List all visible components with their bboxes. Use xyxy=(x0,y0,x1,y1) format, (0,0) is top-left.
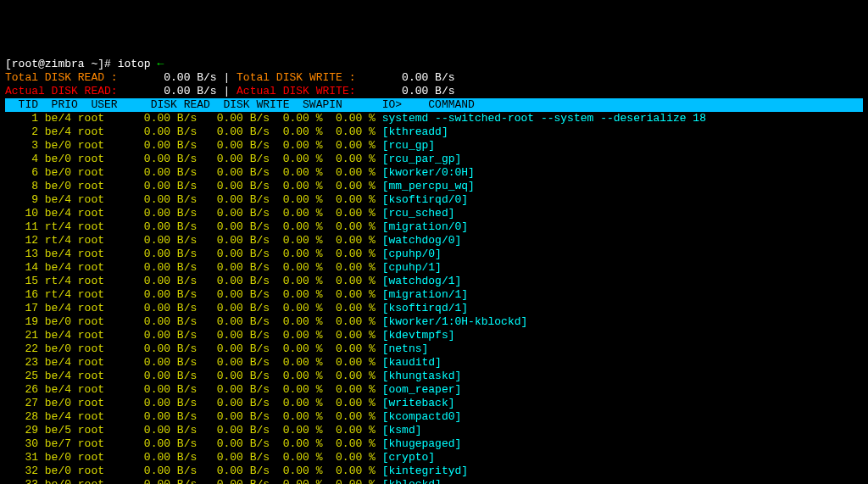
total-disk-read-label: Total DISK READ : xyxy=(5,71,124,84)
process-row[interactable]: 16 rt/4 root 0.00 B/s 0.00 B/s 0.00 % 0.… xyxy=(5,288,863,302)
process-stats: 17 be/4 root 0.00 B/s 0.00 B/s 0.00 % 0.… xyxy=(5,302,382,314)
process-row[interactable]: 2 be/4 root 0.00 B/s 0.00 B/s 0.00 % 0.0… xyxy=(5,125,863,139)
process-row[interactable]: 14 be/4 root 0.00 B/s 0.00 B/s 0.00 % 0.… xyxy=(5,261,863,275)
terminal-output[interactable]: [root@zimbra ~]# iotop ←Total DISK READ … xyxy=(5,58,863,484)
process-command: [cpuhp/1] xyxy=(382,261,442,274)
process-row[interactable]: 23 be/4 root 0.00 B/s 0.00 B/s 0.00 % 0.… xyxy=(5,356,863,370)
process-row[interactable]: 26 be/4 root 0.00 B/s 0.00 B/s 0.00 % 0.… xyxy=(5,383,863,397)
actual-disk-read-value: 0.00 B/s xyxy=(124,85,216,97)
process-command: [netns] xyxy=(382,342,429,355)
process-row[interactable]: 17 be/4 root 0.00 B/s 0.00 B/s 0.00 % 0.… xyxy=(5,302,863,315)
process-stats: 28 be/4 root 0.00 B/s 0.00 B/s 0.00 % 0.… xyxy=(5,410,382,423)
actual-disk-read-label: Actual DISK READ: xyxy=(5,85,124,97)
total-disk-read-value: 0.00 B/s xyxy=(124,71,216,84)
process-row[interactable]: 9 be/4 root 0.00 B/s 0.00 B/s 0.00 % 0.0… xyxy=(5,193,863,207)
process-command: [oom_reaper] xyxy=(382,383,462,396)
process-command: [rcu_sched] xyxy=(382,207,455,220)
process-row[interactable]: 29 be/5 root 0.00 B/s 0.00 B/s 0.00 % 0.… xyxy=(5,424,863,437)
process-stats: 27 be/0 root 0.00 B/s 0.00 B/s 0.00 % 0.… xyxy=(5,397,382,409)
process-command: [kcompactd0] xyxy=(382,410,462,423)
process-row[interactable]: 1 be/4 root 0.00 B/s 0.00 B/s 0.00 % 0.0… xyxy=(5,112,863,125)
process-stats: 25 be/4 root 0.00 B/s 0.00 B/s 0.00 % 0.… xyxy=(5,370,382,382)
column-header[interactable]: TID PRIO USER DISK READ DISK WRITE SWAPI… xyxy=(5,98,863,112)
process-command: [migration/0] xyxy=(382,220,468,233)
process-stats: 16 rt/4 root 0.00 B/s 0.00 B/s 0.00 % 0.… xyxy=(5,288,382,301)
process-stats: 11 rt/4 root 0.00 B/s 0.00 B/s 0.00 % 0.… xyxy=(5,220,382,233)
command-name: iotop xyxy=(118,58,151,70)
process-stats: 31 be/0 root 0.00 B/s 0.00 B/s 0.00 % 0.… xyxy=(5,451,382,464)
process-row[interactable]: 19 be/0 root 0.00 B/s 0.00 B/s 0.00 % 0.… xyxy=(5,315,863,329)
process-stats: 23 be/4 root 0.00 B/s 0.00 B/s 0.00 % 0.… xyxy=(5,356,382,369)
actual-disk-write-value: 0.00 B/s xyxy=(362,85,454,97)
process-row[interactable]: 27 be/0 root 0.00 B/s 0.00 B/s 0.00 % 0.… xyxy=(5,397,863,410)
process-command: [khugepaged] xyxy=(382,437,462,450)
process-command: [migration/1] xyxy=(382,288,468,301)
actual-summary: Actual DISK READ: 0.00 B/s | Actual DISK… xyxy=(5,85,863,98)
process-row[interactable]: 13 be/4 root 0.00 B/s 0.00 B/s 0.00 % 0.… xyxy=(5,248,863,261)
process-stats: 10 be/4 root 0.00 B/s 0.00 B/s 0.00 % 0.… xyxy=(5,207,382,220)
process-stats: 21 be/4 root 0.00 B/s 0.00 B/s 0.00 % 0.… xyxy=(5,329,382,342)
process-stats: 15 rt/4 root 0.00 B/s 0.00 B/s 0.00 % 0.… xyxy=(5,275,382,287)
process-stats: 1 be/4 root 0.00 B/s 0.00 B/s 0.00 % 0.0… xyxy=(5,112,382,125)
process-command: [kblockd] xyxy=(382,478,442,484)
process-row[interactable]: 8 be/0 root 0.00 B/s 0.00 B/s 0.00 % 0.0… xyxy=(5,180,863,193)
process-stats: 9 be/4 root 0.00 B/s 0.00 B/s 0.00 % 0.0… xyxy=(5,193,382,206)
process-command: [kworker/1:0H-kblockd] xyxy=(382,315,528,328)
process-stats: 19 be/0 root 0.00 B/s 0.00 B/s 0.00 % 0.… xyxy=(5,315,382,328)
process-command: [rcu_par_gp] xyxy=(382,153,462,165)
process-stats: 4 be/0 root 0.00 B/s 0.00 B/s 0.00 % 0.0… xyxy=(5,153,382,165)
process-stats: 2 be/4 root 0.00 B/s 0.00 B/s 0.00 % 0.0… xyxy=(5,125,382,138)
process-row[interactable]: 12 rt/4 root 0.00 B/s 0.00 B/s 0.00 % 0.… xyxy=(5,234,863,248)
separator: | xyxy=(217,85,236,97)
process-command: [kthreadd] xyxy=(382,125,448,138)
process-row[interactable]: 10 be/4 root 0.00 B/s 0.00 B/s 0.00 % 0.… xyxy=(5,207,863,220)
separator: | xyxy=(217,71,236,84)
process-stats: 13 be/4 root 0.00 B/s 0.00 B/s 0.00 % 0.… xyxy=(5,248,382,260)
process-row[interactable]: 32 be/0 root 0.00 B/s 0.00 B/s 0.00 % 0.… xyxy=(5,465,863,478)
process-stats: 32 be/0 root 0.00 B/s 0.00 B/s 0.00 % 0.… xyxy=(5,465,382,477)
total-disk-write-label: Total DISK WRITE : xyxy=(236,71,362,84)
process-row[interactable]: 15 rt/4 root 0.00 B/s 0.00 B/s 0.00 % 0.… xyxy=(5,275,863,288)
process-row[interactable]: 25 be/4 root 0.00 B/s 0.00 B/s 0.00 % 0.… xyxy=(5,370,863,383)
process-row[interactable]: 21 be/4 root 0.00 B/s 0.00 B/s 0.00 % 0.… xyxy=(5,329,863,342)
process-row[interactable]: 6 be/0 root 0.00 B/s 0.00 B/s 0.00 % 0.0… xyxy=(5,166,863,180)
arrow-left-icon: ← xyxy=(151,58,164,70)
process-row[interactable]: 3 be/0 root 0.00 B/s 0.00 B/s 0.00 % 0.0… xyxy=(5,139,863,153)
process-stats: 33 be/0 root 0.00 B/s 0.00 B/s 0.00 % 0.… xyxy=(5,478,382,484)
process-row[interactable]: 22 be/0 root 0.00 B/s 0.00 B/s 0.00 % 0.… xyxy=(5,342,863,356)
process-stats: 30 be/7 root 0.00 B/s 0.00 B/s 0.00 % 0.… xyxy=(5,437,382,450)
process-row[interactable]: 33 be/0 root 0.00 B/s 0.00 B/s 0.00 % 0.… xyxy=(5,478,863,484)
process-command: [ksoftirqd/0] xyxy=(382,193,468,206)
process-stats: 26 be/4 root 0.00 B/s 0.00 B/s 0.00 % 0.… xyxy=(5,383,382,396)
process-command: systemd --switched-root --system --deser… xyxy=(382,112,706,125)
process-command: [watchdog/1] xyxy=(382,275,462,287)
prompt-text: [root@zimbra ~]# xyxy=(5,58,118,70)
process-stats: 6 be/0 root 0.00 B/s 0.00 B/s 0.00 % 0.0… xyxy=(5,166,382,179)
process-command: [kauditd] xyxy=(382,356,442,369)
process-command: [mm_percpu_wq] xyxy=(382,180,475,192)
process-command: [watchdog/0] xyxy=(382,234,462,247)
process-command: [writeback] xyxy=(382,397,455,409)
process-command: [kintegrityd] xyxy=(382,465,468,477)
process-row[interactable]: 28 be/4 root 0.00 B/s 0.00 B/s 0.00 % 0.… xyxy=(5,410,863,424)
process-command: [crypto] xyxy=(382,451,435,464)
process-command: [rcu_gp] xyxy=(382,139,435,152)
process-stats: 8 be/0 root 0.00 B/s 0.00 B/s 0.00 % 0.0… xyxy=(5,180,382,192)
total-summary: Total DISK READ : 0.00 B/s | Total DISK … xyxy=(5,71,863,85)
process-stats: 22 be/0 root 0.00 B/s 0.00 B/s 0.00 % 0.… xyxy=(5,342,382,355)
process-row[interactable]: 11 rt/4 root 0.00 B/s 0.00 B/s 0.00 % 0.… xyxy=(5,220,863,234)
process-command: [khungtaskd] xyxy=(382,370,462,382)
process-row[interactable]: 31 be/0 root 0.00 B/s 0.00 B/s 0.00 % 0.… xyxy=(5,451,863,465)
process-row[interactable]: 4 be/0 root 0.00 B/s 0.00 B/s 0.00 % 0.0… xyxy=(5,153,863,166)
process-command: [cpuhp/0] xyxy=(382,248,442,260)
process-stats: 3 be/0 root 0.00 B/s 0.00 B/s 0.00 % 0.0… xyxy=(5,139,382,152)
shell-prompt: [root@zimbra ~]# iotop ← xyxy=(5,58,863,71)
actual-disk-write-label: Actual DISK WRITE: xyxy=(236,85,362,97)
process-command: [ksmd] xyxy=(382,424,422,437)
process-stats: 12 rt/4 root 0.00 B/s 0.00 B/s 0.00 % 0.… xyxy=(5,234,382,247)
process-command: [kworker/0:0H] xyxy=(382,166,475,179)
process-row[interactable]: 30 be/7 root 0.00 B/s 0.00 B/s 0.00 % 0.… xyxy=(5,437,863,451)
total-disk-write-value: 0.00 B/s xyxy=(362,71,454,84)
process-command: [ksoftirqd/1] xyxy=(382,302,468,314)
process-stats: 29 be/5 root 0.00 B/s 0.00 B/s 0.00 % 0.… xyxy=(5,424,382,437)
